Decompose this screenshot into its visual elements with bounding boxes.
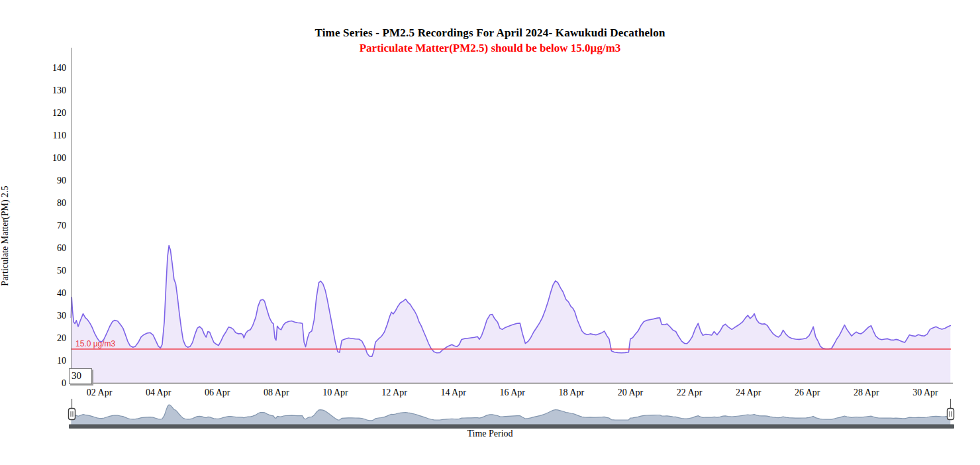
- y-tick-label: 120: [52, 108, 66, 118]
- x-tick-label: 08 Apr: [264, 388, 289, 397]
- y-tick-label: 0: [62, 378, 66, 388]
- x-tick-label: 16 Apr: [500, 388, 526, 397]
- y-tick-label: 20: [57, 333, 66, 343]
- navigator-left-handle[interactable]: [69, 399, 75, 420]
- x-tick-label: 30 Apr: [912, 388, 938, 397]
- navigator-area-fill[interactable]: [71, 405, 950, 425]
- x-tick-label: 26 Apr: [795, 388, 820, 397]
- x-axis-title: Time Period: [0, 429, 980, 439]
- y-tick-label: 130: [52, 85, 66, 95]
- y-axis-tick-labels: 0102030405060708090100110120130140: [52, 63, 66, 388]
- y-tick-label: 100: [52, 153, 66, 163]
- x-tick-label: 18 Apr: [559, 388, 585, 397]
- x-tick-label: 22 Apr: [677, 388, 703, 397]
- y-tick-label: 40: [57, 288, 66, 298]
- x-tick-label: 24 Apr: [736, 388, 761, 397]
- threshold-label: 15.0 µg/m3: [75, 339, 115, 348]
- chart-title: Time Series - PM2.5 Recordings For April…: [0, 26, 980, 40]
- y-tick-label: 10: [57, 356, 66, 366]
- y-tick-label: 30: [57, 311, 66, 321]
- pm25-time-series-chart: 0102030405060708090100110120130140 02 Ap…: [0, 0, 980, 465]
- y-tick-label: 80: [57, 198, 66, 208]
- x-tick-label: 04 Apr: [146, 388, 172, 397]
- x-tick-label: 28 Apr: [854, 388, 879, 397]
- x-tick-label: 10 Apr: [322, 388, 348, 397]
- y-tick-label: 90: [57, 176, 66, 185]
- y-tick-label: 70: [57, 221, 66, 231]
- y-tick-label: 50: [57, 266, 66, 276]
- x-tick-label: 02 Apr: [87, 388, 113, 397]
- range-value-box[interactable]: 30: [69, 368, 92, 384]
- y-axis-title: Particulate Matter(PM) 2.5: [0, 130, 11, 342]
- x-axis-tick-labels: 02 Apr04 Apr06 Apr08 Apr10 Apr12 Apr14 A…: [87, 388, 938, 397]
- y-tick-label: 110: [53, 130, 66, 140]
- navigator-right-handle[interactable]: [948, 399, 954, 420]
- x-tick-label: 20 Apr: [618, 388, 644, 397]
- y-tick-label: 140: [52, 63, 66, 73]
- x-tick-label: 12 Apr: [381, 388, 407, 397]
- chart-page: { "header": { "title": "Time Series - PM…: [0, 0, 980, 465]
- chart-subtitle: Particulate Matter(PM2.5) should be belo…: [0, 42, 980, 55]
- pm25-area-fill: [71, 246, 950, 383]
- x-tick-label: 06 Apr: [205, 388, 230, 397]
- x-tick-label: 14 Apr: [440, 388, 466, 397]
- y-tick-label: 60: [57, 243, 66, 253]
